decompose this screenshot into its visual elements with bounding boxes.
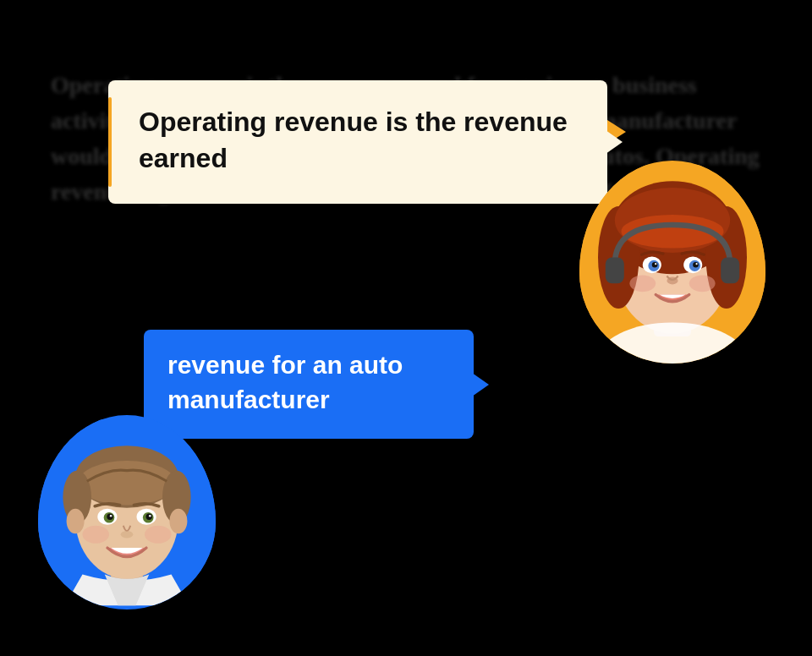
svg-point-26 (78, 461, 176, 506)
svg-point-15 (696, 263, 698, 265)
svg-point-40 (83, 526, 110, 544)
tooltip-blue-text: revenue for an auto manufacturer (167, 348, 450, 417)
tooltip-yellow-box: Operating revenue is the revenue earned (108, 80, 607, 204)
avatar-yellow-circle (579, 161, 765, 364)
svg-point-35 (107, 514, 112, 520)
svg-point-17 (629, 275, 656, 292)
svg-point-30 (169, 509, 187, 533)
svg-point-29 (67, 509, 85, 533)
male-avatar-face (38, 415, 216, 610)
avatar-blue-circle (38, 415, 216, 610)
yellow-arrow-icon (607, 120, 626, 144)
tooltip-blue-box: revenue for an auto manufacturer (144, 330, 474, 439)
svg-point-37 (110, 515, 112, 517)
svg-point-18 (689, 275, 716, 292)
scene: Operating revenue is the revenue earned … (0, 0, 812, 656)
svg-point-38 (149, 515, 151, 517)
yellow-left-bar (108, 97, 112, 187)
svg-point-41 (145, 526, 172, 544)
svg-rect-19 (606, 258, 624, 284)
svg-point-36 (146, 514, 152, 520)
svg-point-14 (655, 263, 656, 265)
svg-point-12 (652, 262, 658, 268)
svg-point-13 (693, 262, 699, 268)
tooltip-yellow-text: Operating revenue is the revenue earned (139, 104, 577, 177)
svg-rect-20 (721, 258, 739, 284)
female-avatar-face (579, 161, 765, 364)
svg-point-39 (121, 531, 134, 538)
